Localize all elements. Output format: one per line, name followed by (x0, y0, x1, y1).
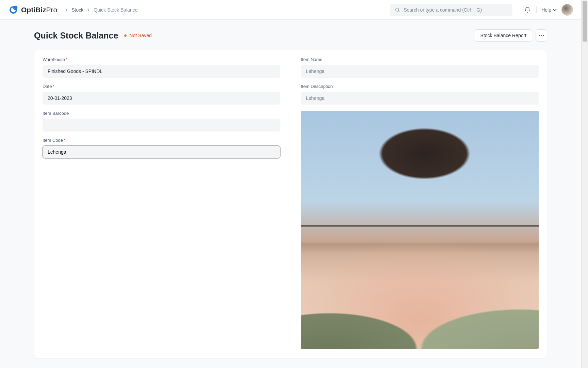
item-barcode-input[interactable] (43, 119, 280, 132)
top-navbar: OptiBizPro Stock Quick Stock Balance Sea… (0, 0, 581, 20)
chevron-down-icon (553, 8, 557, 12)
svg-point-4 (539, 35, 540, 36)
warehouse-input[interactable] (43, 65, 280, 78)
item-name-label: Item Name (301, 57, 539, 62)
form-right-column: Item Name Item Description (301, 57, 539, 349)
item-barcode-label: Item Barcode (43, 111, 280, 116)
status-dot-icon (124, 34, 127, 37)
item-barcode-field: Item Barcode (43, 111, 280, 132)
stock-balance-report-button[interactable]: Stock Balance Report (475, 29, 532, 42)
date-input[interactable] (43, 92, 280, 105)
chevron-right-icon (65, 8, 68, 12)
user-avatar[interactable] (561, 4, 573, 16)
item-description-field: Item Description (301, 84, 539, 105)
save-status-badge: Not Saved (124, 33, 151, 38)
svg-point-6 (543, 35, 544, 36)
warehouse-field: Warehouse* (43, 57, 280, 78)
item-description-input[interactable] (301, 92, 539, 105)
date-label: Date* (43, 84, 280, 89)
page-title: Quick Stock Balance (34, 31, 118, 41)
item-name-input[interactable] (301, 65, 539, 78)
item-name-field: Item Name (301, 57, 539, 78)
item-image (301, 111, 539, 349)
chevron-right-icon (87, 8, 90, 12)
item-code-field: Item Code* (43, 138, 280, 158)
item-code-input[interactable] (43, 145, 280, 158)
svg-point-5 (541, 35, 542, 36)
breadcrumb-current: Quick Stock Balance (94, 7, 137, 13)
form-left-column: Warehouse* Date* Item Barcode Item Code* (43, 57, 280, 349)
breadcrumb: Stock Quick Stock Balance (65, 7, 137, 13)
form-card: Warehouse* Date* Item Barcode Item Code* (34, 50, 547, 359)
status-text: Not Saved (129, 33, 151, 38)
scrollbar-thumb[interactable] (583, 1, 587, 42)
global-search[interactable]: Search or type a command (Ctrl + G) (390, 4, 512, 16)
notifications-button[interactable] (523, 6, 532, 14)
date-field: Date* (43, 84, 280, 105)
help-menu[interactable]: Help (541, 7, 557, 13)
brand-name: OptiBizPro (21, 6, 57, 14)
bell-icon (524, 6, 531, 13)
search-icon (395, 7, 400, 13)
brand-logo[interactable]: OptiBizPro (8, 5, 57, 15)
warehouse-label: Warehouse* (43, 57, 280, 62)
more-actions-button[interactable] (536, 29, 547, 42)
ellipsis-icon (539, 35, 544, 36)
help-label: Help (541, 7, 551, 13)
item-image-field (301, 111, 539, 349)
vertical-scrollbar[interactable] (581, 0, 588, 368)
divider (536, 6, 537, 13)
page-body: Quick Stock Balance Not Saved Stock Bala… (0, 20, 581, 368)
search-placeholder: Search or type a command (Ctrl + G) (404, 7, 482, 13)
svg-line-3 (398, 11, 399, 12)
item-description-label: Item Description (301, 84, 539, 89)
app-viewport: OptiBizPro Stock Quick Stock Balance Sea… (0, 0, 581, 368)
logo-icon (8, 5, 18, 15)
breadcrumb-root[interactable]: Stock (71, 7, 83, 13)
page-header: Quick Stock Balance Not Saved Stock Bala… (34, 29, 547, 42)
item-code-label: Item Code* (43, 138, 280, 143)
